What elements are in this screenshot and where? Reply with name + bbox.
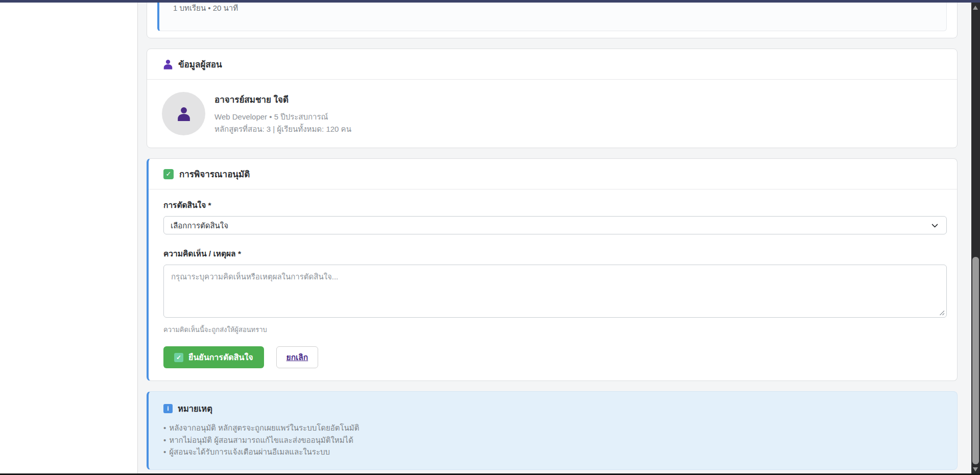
approval-card-body: การตัดสินใจ * เลือกการตัดสินใจ ความคิดเห… bbox=[149, 189, 957, 381]
confirm-button-label: ยืนยันการตัดสินใจ bbox=[188, 351, 253, 364]
decision-select-wrap: เลือกการตัดสินใจ bbox=[163, 216, 947, 234]
comment-label: ความคิดเห็น / เหตุผล * bbox=[163, 247, 947, 260]
checkbox-check-icon: ✓ bbox=[163, 169, 174, 179]
check-icon: ✓ bbox=[174, 353, 183, 362]
note-list: •หลังจากอนุมัติ หลักสูตรจะถูกเผยแพร่ในระ… bbox=[163, 422, 944, 458]
instructor-avatar bbox=[162, 92, 205, 135]
note-item: •ผู้สอนจะได้รับการแจ้งเตือนผ่านอีเมลและใ… bbox=[163, 446, 944, 458]
instructor-stats: หลักสูตรที่สอน: 3 | ผู้เรียนทั้งหมด: 120… bbox=[214, 123, 351, 135]
course-lessons-card: 1 บทเรียน • 20 นาที bbox=[147, 3, 958, 38]
scrollbar-thumb[interactable] bbox=[972, 257, 979, 464]
bullet: • bbox=[163, 423, 166, 432]
confirm-decision-button[interactable]: ✓ ยืนยันการตัดสินใจ bbox=[163, 346, 264, 368]
approval-card: ✓ การพิจารณาอนุมัติ การตัดสินใจ * เลือกก… bbox=[147, 158, 958, 381]
left-sidebar bbox=[0, 3, 138, 473]
approval-card-title: การพิจารณาอนุมัติ bbox=[179, 167, 250, 181]
instructor-card-header: ข้อมูลผู้สอน bbox=[147, 49, 957, 80]
note-item-text: หากไม่อนุมัติ ผู้สอนสามารถแก้ไขและส่งขออ… bbox=[169, 436, 353, 444]
content-column: 1 บทเรียน • 20 นาที ข้อมูลผู้สอน อาจารย์… bbox=[147, 3, 958, 470]
note-item: •หากไม่อนุมัติ ผู้สอนสามารถแก้ไขและส่งขอ… bbox=[163, 434, 944, 446]
bullet: • bbox=[163, 436, 166, 444]
instructor-name: อาจารย์สมชาย ใจดี bbox=[214, 92, 351, 106]
note-item-text: หลังจากอนุมัติ หลักสูตรจะถูกเผยแพร่ในระบ… bbox=[169, 423, 359, 432]
scroll-down-arrow-icon[interactable] bbox=[973, 467, 978, 471]
approval-card-header: ✓ การพิจารณาอนุมัติ bbox=[149, 159, 957, 189]
note-header: i หมายเหตุ bbox=[163, 402, 944, 415]
avatar-person-icon bbox=[177, 107, 190, 121]
note-item-text: ผู้สอนจะได้รับการแจ้งเตือนผ่านอีเมลและใน… bbox=[169, 447, 330, 456]
info-icon: i bbox=[163, 404, 173, 413]
scroll-up-arrow-icon[interactable] bbox=[973, 6, 978, 10]
instructor-role: Web Developer • 5 ปีประสบการณ์ bbox=[214, 111, 351, 123]
decision-label: การตัดสินใจ * bbox=[163, 199, 947, 211]
vertical-scrollbar[interactable] bbox=[971, 3, 980, 473]
instructor-card-title: ข้อมูลผู้สอน bbox=[178, 57, 222, 71]
note-title: หมายเหตุ bbox=[178, 402, 212, 415]
action-buttons-row: ✓ ยืนยันการตัดสินใจ ยกเลิก bbox=[163, 346, 947, 368]
main-content-area: 1 บทเรียน • 20 นาที ข้อมูลผู้สอน อาจารย์… bbox=[138, 3, 971, 473]
lesson-meta: 1 บทเรียน • 20 นาที bbox=[173, 3, 946, 14]
instructor-details: อาจารย์สมชาย ใจดี Web Developer • 5 ปีปร… bbox=[214, 92, 351, 135]
window-top-bar bbox=[0, 0, 980, 3]
note-box: i หมายเหตุ •หลังจากอนุมัติ หลักสูตรจะถูก… bbox=[147, 391, 958, 470]
cancel-button[interactable]: ยกเลิก bbox=[276, 346, 319, 368]
instructor-card: ข้อมูลผู้สอน อาจารย์สมชาย ใจดี Web Devel… bbox=[147, 49, 958, 148]
comment-hint: ความคิดเห็นนี้จะถูกส่งให้ผู้สอนทราบ bbox=[163, 324, 947, 335]
decision-select[interactable]: เลือกการตัดสินใจ bbox=[163, 216, 947, 234]
lesson-item: 1 บทเรียน • 20 นาที bbox=[157, 3, 947, 31]
comment-textarea[interactable] bbox=[163, 265, 947, 318]
comment-textarea-wrap bbox=[163, 265, 947, 320]
person-icon bbox=[163, 59, 173, 69]
note-item: •หลังจากอนุมัติ หลักสูตรจะถูกเผยแพร่ในระ… bbox=[163, 422, 944, 434]
instructor-card-body: อาจารย์สมชาย ใจดี Web Developer • 5 ปีปร… bbox=[147, 80, 957, 148]
bullet: • bbox=[163, 447, 166, 456]
